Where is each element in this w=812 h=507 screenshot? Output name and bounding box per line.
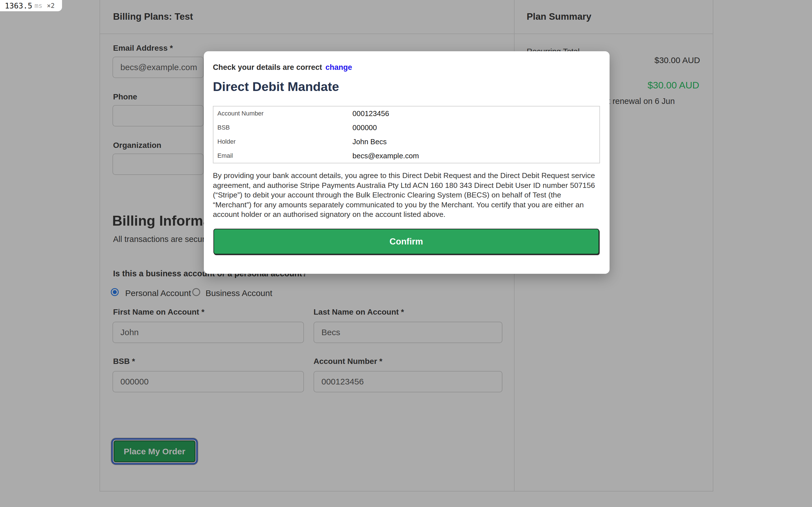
check-details-text: Check your details are correctchange [213,63,352,72]
check-details-label: Check your details are correct [213,63,322,71]
performance-badge: 1363.5 ms ×2 [0,0,62,11]
performance-unit: ms [35,2,43,9]
row-value: 000000 [352,121,377,135]
table-row: BSB 000000 [213,121,599,135]
mandate-details-table: Account Number 000123456 BSB 000000 Hold… [213,106,600,163]
table-row: Holder John Becs [213,135,599,149]
modal-title: Direct Debit Mandate [213,79,339,94]
direct-debit-mandate-modal: Check your details are correctchange Dir… [204,51,610,274]
row-label: BSB [217,121,230,135]
change-link[interactable]: change [325,63,352,71]
table-row: Email becs@example.com [213,149,599,163]
table-row: Account Number 000123456 [213,107,599,121]
performance-count: ×2 [47,2,55,9]
row-label: Holder [217,135,236,149]
row-value: John Becs [352,135,387,149]
row-label: Email [217,149,233,163]
row-value: 000123456 [352,107,389,121]
row-label: Account Number [217,107,264,121]
performance-time: 1363.5 [5,1,33,10]
row-value: becs@example.com [352,149,419,163]
mandate-agreement-text: By providing your bank account details, … [213,171,601,219]
confirm-button[interactable]: Confirm [213,229,599,255]
